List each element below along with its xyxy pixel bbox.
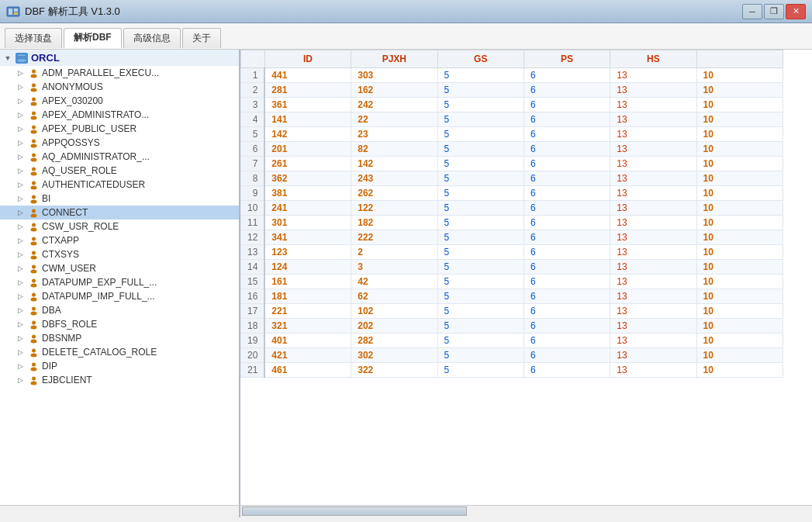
svg-point-35 — [32, 264, 36, 268]
tree-item[interactable]: ▷DATAPUMP_IMP_FULL_... — [0, 289, 239, 303]
tree-item-label: DATAPUMP_EXP_FULL_... — [42, 277, 157, 288]
tab-parse-dbf[interactable]: 解析DBF — [64, 28, 122, 48]
cell-extra: 10 — [696, 142, 783, 157]
table-row[interactable]: 11 301 182 5 6 13 10 — [241, 216, 783, 230]
cell-gs: 5 — [437, 186, 523, 201]
cell-gs: 5 — [437, 127, 523, 142]
tree-item[interactable]: ▷CWM_USER — [0, 261, 239, 275]
table-row[interactable]: 2 281 162 5 6 13 10 — [241, 83, 783, 98]
tree-item[interactable]: ▷CTXSYS — [0, 247, 239, 261]
tree-item[interactable]: ▷APEX_PUBLIC_USER — [0, 122, 239, 136]
row-number: 15 — [241, 275, 265, 289]
table-row[interactable]: 15 161 42 5 6 13 10 — [241, 275, 783, 289]
tree-item-arrow: ▷ — [16, 167, 25, 175]
data-table: ID PJXH GS PS HS 1 441 303 5 6 13 10 2 2… — [240, 50, 783, 378]
tree-root[interactable]: ▼ ORCL — [0, 50, 239, 66]
table-row[interactable]: 4 141 22 5 6 13 10 — [241, 112, 783, 127]
tree-item[interactable]: ▷AQ_ADMINISTRATOR_... — [0, 150, 239, 164]
tree-item[interactable]: ▷ADM_PARALLEL_EXECU... — [0, 66, 239, 80]
tab-about[interactable]: 关于 — [182, 28, 221, 48]
cell-pjxh: 182 — [351, 216, 437, 230]
tree-item-arrow: ▷ — [16, 320, 25, 328]
tree-item-label: CWM_USER — [42, 263, 96, 274]
tree-item[interactable]: ▷CONNECT — [0, 206, 239, 220]
tree-item[interactable]: ▷BI — [0, 192, 239, 206]
tree-item[interactable]: ▷AUTHENTICATEDUSER — [0, 178, 239, 192]
cell-pjxh: 243 — [351, 171, 437, 186]
tree-item-arrow: ▷ — [16, 376, 25, 384]
bottom-right-scroll[interactable] — [240, 506, 812, 517]
cell-hs: 13 — [610, 83, 696, 98]
tree-item[interactable]: ▷APEX_ADMINISTRATO... — [0, 108, 239, 122]
minimize-button[interactable]: ─ — [742, 4, 762, 19]
cell-ps: 6 — [523, 157, 610, 171]
cell-pjxh: 222 — [351, 230, 437, 245]
tree-item[interactable]: ▷CSW_USR_ROLE — [0, 220, 239, 233]
cell-gs: 5 — [437, 171, 523, 186]
cell-extra: 10 — [696, 98, 783, 112]
horizontal-scrollbar-thumb[interactable] — [242, 506, 467, 516]
tree-scroll[interactable]: ▼ ORCL ▷ADM_PARALLEL_EXECU...▷ANONYMOUS▷… — [0, 50, 239, 505]
user-icon — [28, 277, 39, 288]
tree-item[interactable]: ▷DATAPUMP_EXP_FULL_... — [0, 275, 239, 289]
cell-hs: 13 — [610, 304, 696, 319]
table-row[interactable]: 9 381 262 5 6 13 10 — [241, 186, 783, 201]
tree-item[interactable]: ▷DIP — [0, 359, 239, 373]
tree-item[interactable]: ▷APEX_030200 — [0, 94, 239, 108]
table-row[interactable]: 10 241 122 5 6 13 10 — [241, 201, 783, 216]
row-number: 12 — [241, 230, 265, 245]
tree-item[interactable]: ▷EJBCLIENT — [0, 373, 239, 387]
table-row[interactable]: 20 421 302 5 6 13 10 — [241, 348, 783, 363]
tree-item-arrow: ▷ — [16, 264, 25, 272]
tab-advanced-info[interactable]: 高级信息 — [123, 28, 181, 48]
cell-gs: 5 — [437, 201, 523, 216]
app-title: DBF 解析工具 V1.3.0 — [25, 5, 120, 19]
tree-item-label: DBSNMP — [42, 333, 81, 344]
table-row[interactable]: 3 361 242 5 6 13 10 — [241, 98, 783, 112]
table-row[interactable]: 16 181 62 5 6 13 10 — [241, 289, 783, 304]
tree-item[interactable]: ▷DBFS_ROLE — [0, 317, 239, 331]
cell-extra: 10 — [696, 275, 783, 289]
tree-item[interactable]: ▷ANONYMOUS — [0, 80, 239, 94]
table-row[interactable]: 21 461 322 5 6 13 10 — [241, 363, 783, 378]
cell-ps: 6 — [523, 112, 610, 127]
table-row[interactable]: 17 221 102 5 6 13 10 — [241, 304, 783, 319]
tree-item-arrow: ▷ — [16, 111, 25, 119]
table-row[interactable]: 13 123 2 5 6 13 10 — [241, 245, 783, 260]
tree-item[interactable]: ▷DBA — [0, 303, 239, 317]
cell-hs: 13 — [610, 275, 696, 289]
cell-hs: 13 — [610, 171, 696, 186]
data-table-wrap[interactable]: ID PJXH GS PS HS 1 441 303 5 6 13 10 2 2… — [240, 50, 812, 505]
user-icon — [28, 235, 39, 246]
tree-item[interactable]: ▷DELETE_CATALOG_ROLE — [0, 345, 239, 359]
row-number: 7 — [241, 157, 265, 171]
tree-item-label: DIP — [42, 361, 57, 372]
table-row[interactable]: 19 401 282 5 6 13 10 — [241, 334, 783, 348]
table-row[interactable]: 12 341 222 5 6 13 10 — [241, 230, 783, 245]
tree-item[interactable]: ▷DBSNMP — [0, 331, 239, 345]
col-header-hs: HS — [610, 50, 696, 68]
restore-button[interactable]: ❐ — [764, 4, 784, 19]
row-number: 11 — [241, 216, 265, 230]
cell-pjxh: 23 — [351, 127, 437, 142]
table-row[interactable]: 6 201 82 5 6 13 10 — [241, 142, 783, 157]
svg-point-40 — [30, 297, 36, 301]
tree-item[interactable]: ▷APPQOSSYS — [0, 136, 239, 150]
tab-select-disk[interactable]: 选择顶盘 — [5, 28, 62, 48]
cell-extra: 10 — [696, 186, 783, 201]
cell-hs: 13 — [610, 186, 696, 201]
table-row[interactable]: 5 142 23 5 6 13 10 — [241, 127, 783, 142]
table-row[interactable]: 7 261 142 5 6 13 10 — [241, 157, 783, 171]
tree-item-label: CONNECT — [42, 207, 88, 218]
tree-item[interactable]: ▷AQ_USER_ROLE — [0, 164, 239, 178]
close-button[interactable]: ✕ — [786, 4, 806, 19]
table-row[interactable]: 18 321 202 5 6 13 10 — [241, 319, 783, 334]
main-content: ▼ ORCL ▷ADM_PARALLEL_EXECU...▷ANONYMOUS▷… — [0, 50, 812, 505]
table-row[interactable]: 1 441 303 5 6 13 10 — [241, 68, 783, 83]
table-row[interactable]: 8 362 243 5 6 13 10 — [241, 171, 783, 186]
table-row[interactable]: 14 124 3 5 6 13 10 — [241, 260, 783, 275]
row-number: 18 — [241, 319, 265, 334]
tree-item[interactable]: ▷CTXAPP — [0, 233, 239, 247]
cell-ps: 6 — [523, 98, 610, 112]
tree-item-arrow: ▷ — [16, 292, 25, 300]
